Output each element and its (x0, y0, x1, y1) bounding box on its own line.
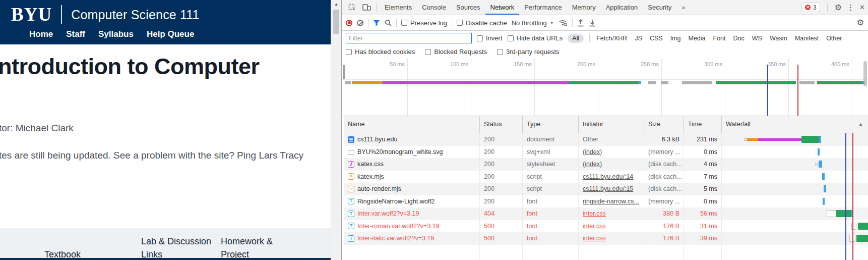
import-har-icon[interactable] (577, 19, 584, 27)
checkbox-icon[interactable] (346, 49, 352, 55)
chip-media[interactable]: Media (687, 34, 706, 43)
network-row[interactable]: TInter.var.woff2?v=3.19404fontinter.css3… (344, 207, 868, 220)
more-tabs-button[interactable]: » (677, 4, 689, 11)
network-row[interactable]: TInter-italic.var.woff2?v=3.19500fontint… (344, 232, 868, 245)
error-badge[interactable]: ✕ 3 (801, 3, 820, 12)
export-har-icon[interactable] (589, 19, 596, 27)
chip-all[interactable]: All (568, 34, 584, 43)
network-conditions-icon[interactable] (559, 19, 568, 26)
column-header-status[interactable]: Status (480, 116, 523, 133)
network-row[interactable]: ‹›auto-render.mjs200scriptcs111.byu.edu/… (344, 183, 868, 195)
column-header-name[interactable]: Name (344, 116, 480, 133)
toolbar-separator (368, 19, 368, 27)
initiator-link[interactable]: (index) (583, 148, 602, 155)
tab-security[interactable]: Security (643, 0, 676, 15)
inspect-element-icon[interactable] (346, 1, 359, 14)
scrollbar-thumb[interactable] (333, 10, 339, 34)
throttling-dropdown[interactable]: No throttling ▼ (512, 19, 554, 27)
filter-funnel-icon[interactable] (373, 20, 380, 26)
network-settings-gear-icon[interactable]: ⚙ (857, 19, 864, 27)
footer-link[interactable]: Homework & (221, 236, 273, 247)
toolbar-separator (396, 19, 397, 27)
footer-link[interactable]: Links (141, 249, 162, 260)
network-overview-timeline[interactable]: 50 ms100 ms150 ms200 ms250 ms300 ms350 m… (342, 58, 868, 116)
checkbox-icon[interactable] (508, 35, 514, 41)
chip-img[interactable]: Img (669, 34, 682, 43)
network-row[interactable]: katex.css200stylesheet(index)(disk cach.… (344, 158, 868, 171)
initiator-link[interactable]: inter.css (583, 210, 606, 217)
initiator-link[interactable]: (index) (583, 161, 602, 168)
footer-link[interactable]: Project (221, 249, 249, 260)
initiator-link[interactable]: inter.css (583, 223, 606, 230)
chip-font[interactable]: Font (712, 34, 727, 43)
nav-link-staff[interactable]: Staff (66, 29, 85, 40)
chip-doc[interactable]: Doc (732, 34, 746, 43)
page-scrollbar[interactable]: ▲ (331, 0, 341, 260)
request-name: cs111.byu.edu (357, 133, 397, 146)
chevron-down-icon: ▼ (550, 21, 554, 25)
hide-data-urls-checkbox[interactable]: Hide data URLs (508, 34, 563, 42)
device-toolbar-icon[interactable] (360, 1, 373, 14)
scroll-up-button[interactable]: ▲ (331, 0, 341, 9)
clear-network-log-button[interactable] (357, 20, 363, 26)
checkbox-icon[interactable] (401, 20, 407, 26)
tab-sources[interactable]: Sources (451, 0, 485, 15)
network-row[interactable]: BYU%20monogram_white.svg200svg+xml(index… (344, 146, 868, 159)
font-file-icon: T (348, 198, 354, 204)
checkbox-icon[interactable] (457, 20, 463, 26)
network-row[interactable]: cs111.byu.edu200documentOther6.3 kB231 m… (344, 133, 868, 146)
column-header-type[interactable]: Type (523, 116, 579, 133)
filter-checkbox-blocked-requests[interactable]: Blocked Requests (425, 48, 487, 56)
site-title: Computer Science 111 (71, 8, 200, 22)
initiator-link[interactable]: cs111.byu.edu/:15 (583, 185, 633, 192)
column-header-time[interactable]: Time (684, 116, 722, 133)
footer-link[interactable]: Lab & Discussion (141, 236, 211, 247)
tab-application[interactable]: Application (601, 0, 643, 15)
chip-js[interactable]: JS (634, 34, 643, 43)
filter-checkbox-has-blocked-cookies[interactable]: Has blocked cookies (346, 48, 415, 56)
tab-memory[interactable]: Memory (567, 0, 601, 15)
column-header-waterfall[interactable]: Waterfall▲ (722, 116, 868, 133)
checkbox-icon[interactable] (477, 35, 483, 41)
initiator-link[interactable]: cs111.byu.edu/:14 (583, 173, 633, 180)
search-icon[interactable] (385, 19, 392, 26)
record-network-log-button[interactable] (346, 20, 352, 26)
chip-fetch-xhr[interactable]: Fetch/XHR (595, 34, 628, 43)
name-cell: TRingsideNarrow-Light.woff2 (344, 195, 480, 208)
checkbox-icon[interactable] (425, 49, 431, 55)
nav-link-help-queue[interactable]: Help Queue (147, 29, 194, 40)
tab-network[interactable]: Network (485, 0, 520, 15)
nav-link-syllabus[interactable]: Syllabus (98, 29, 134, 40)
tab-performance[interactable]: Performance (519, 0, 567, 15)
chip-ws[interactable]: WS (751, 34, 763, 43)
close-devtools-icon[interactable]: ✕ (859, 4, 865, 11)
network-row[interactable]: TInter-roman.var.woff2?v=3.19500fontinte… (344, 220, 868, 233)
settings-gear-icon[interactable]: ⚙ (835, 4, 842, 12)
ruler-gridline (661, 58, 662, 116)
nav-link-home[interactable]: Home (29, 29, 53, 40)
column-header-initiator[interactable]: Initiator (579, 116, 644, 133)
filter-checkbox-3rd-party-requests[interactable]: 3rd-party requests (497, 48, 560, 56)
more-options-icon[interactable]: ⋮ (847, 3, 854, 12)
chip-manifest[interactable]: Manifest (794, 34, 820, 43)
chip-other[interactable]: Other (825, 34, 843, 43)
invert-checkbox[interactable]: Invert (477, 34, 503, 42)
chip-css[interactable]: CSS (649, 34, 664, 43)
initiator-cell: cs111.byu.edu/:14 (579, 171, 644, 183)
footer-link[interactable]: Textbook (44, 249, 81, 260)
filter-input[interactable] (346, 33, 472, 43)
type-cell: document (523, 133, 579, 146)
column-header-size[interactable]: Size (644, 116, 684, 133)
initiator-link[interactable]: inter.css (583, 235, 606, 242)
network-row[interactable]: TRingsideNarrow-Light.woff2200fontringsi… (344, 195, 868, 208)
tab-elements[interactable]: Elements (380, 0, 417, 15)
chip-wasm[interactable]: Wasm (769, 34, 788, 43)
checkbox-icon[interactable] (497, 49, 503, 55)
initiator-link[interactable]: ringside-narrow.cs... (583, 198, 639, 205)
tab-console[interactable]: Console (417, 0, 451, 15)
preserve-log-checkbox[interactable]: Preserve log (401, 19, 447, 27)
byu-logo[interactable]: BYU (11, 4, 52, 26)
overview-handle[interactable] (343, 65, 345, 79)
network-row[interactable]: ‹›katex.mjs200scriptcs111.byu.edu/:14(di… (344, 171, 868, 183)
disable-cache-checkbox[interactable]: Disable cache (457, 19, 507, 27)
